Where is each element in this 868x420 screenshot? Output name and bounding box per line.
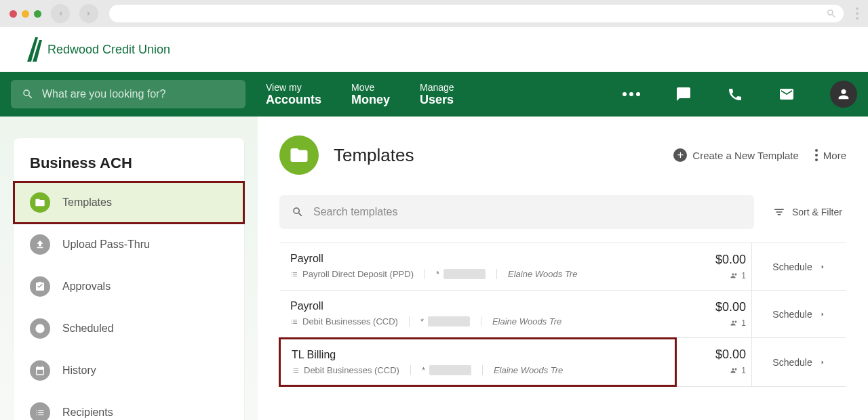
template-name: Payroll (290, 300, 666, 312)
page-actions: + Create a New Template More (673, 148, 846, 162)
back-button[interactable] (51, 4, 70, 23)
logo-area: Redwood Credit Union (0, 27, 868, 72)
mail-icon[interactable] (778, 86, 795, 102)
filter-icon (773, 206, 785, 218)
phone-icon[interactable] (727, 86, 743, 102)
sidebar-item-approvals[interactable]: Approvals (14, 266, 244, 308)
chevron-right-icon (819, 264, 826, 270)
clock-icon (30, 318, 50, 339)
list-icon (290, 318, 298, 326)
sidebar-item-templates[interactable]: Templates (14, 182, 244, 224)
search-icon (826, 8, 837, 22)
person-icon (836, 87, 851, 102)
sidebar-title: Business ACH (14, 154, 244, 182)
plus-icon: + (673, 148, 687, 162)
sidebar-item-recipients[interactable]: Recipients (14, 392, 244, 420)
browser-chrome (0, 0, 868, 27)
masked-account: xxxx (443, 269, 486, 279)
maximize-window-icon[interactable] (34, 10, 41, 18)
calendar-icon (30, 360, 50, 381)
list-icon (292, 366, 300, 375)
people-icon (730, 366, 738, 375)
chat-icon[interactable] (675, 86, 692, 102)
content-area: Templates + Create a New Template More S… (258, 117, 868, 420)
page-title: Templates (334, 145, 658, 166)
folder-icon (279, 135, 319, 175)
url-bar[interactable] (109, 5, 844, 22)
template-row[interactable]: Payroll Debit Businesses (CCD) *xxxx Ela… (279, 291, 846, 338)
nav-money[interactable]: Move Money (351, 82, 390, 107)
nav-accounts[interactable]: View my Accounts (266, 82, 321, 107)
main-layout: Business ACH Templates Upload Pass-Thru … (0, 117, 868, 420)
nav-items: View my Accounts Move Money Manage Users (266, 82, 454, 107)
sidebar-item-label: Approvals (62, 280, 111, 293)
minimize-window-icon[interactable] (22, 10, 29, 18)
search-icon (22, 88, 34, 100)
brand-logo[interactable]: Redwood Credit Union (23, 35, 186, 64)
people-icon (730, 319, 738, 327)
nav-users[interactable]: Manage Users (420, 82, 454, 107)
window-controls (9, 10, 41, 18)
global-search[interactable]: What are you looking for? (11, 80, 245, 108)
list-icon (30, 402, 50, 420)
template-amount: $0.00 (682, 300, 746, 314)
brand-name: Redwood Credit Union (47, 43, 170, 56)
people-icon (730, 272, 738, 280)
chevron-right-icon (819, 359, 826, 366)
sidebar-card: Business ACH Templates Upload Pass-Thru … (14, 138, 244, 420)
list-icon (290, 270, 298, 278)
forward-button[interactable] (79, 4, 98, 23)
vertical-dots-icon (815, 149, 818, 161)
schedule-button[interactable]: Schedule (751, 243, 846, 290)
sidebar-item-label: Scheduled (62, 322, 114, 335)
sidebar-item-scheduled[interactable]: Scheduled (14, 308, 244, 350)
sidebar-item-label: Upload Pass-Thru (62, 238, 150, 251)
template-name: TL Billing (292, 349, 664, 361)
template-owner: Elaine Woods Tre (508, 269, 588, 279)
primary-nav: What are you looking for? View my Accoun… (0, 72, 868, 117)
template-list: Payroll Payroll Direct Deposit (PPD) *xx… (279, 243, 846, 387)
sidebar-item-history[interactable]: History (14, 350, 244, 392)
search-filter-row: Search templates Sort & Filter (279, 195, 846, 229)
schedule-button[interactable]: Schedule (751, 338, 846, 386)
more-menu-icon[interactable] (623, 92, 640, 96)
template-row[interactable]: Payroll Payroll Direct Deposit (PPD) *xx… (279, 243, 846, 291)
template-search-placeholder: Search templates (313, 206, 398, 218)
sidebar: Business ACH Templates Upload Pass-Thru … (0, 117, 258, 420)
clipboard-check-icon (30, 276, 50, 297)
template-row[interactable]: TL Billing Debit Businesses (CCD) *xxxx … (279, 338, 846, 387)
page-header: Templates + Create a New Template More (279, 135, 846, 175)
browser-menu-icon[interactable] (856, 7, 859, 20)
sidebar-item-upload[interactable]: Upload Pass-Thru (14, 224, 244, 266)
sidebar-item-label: Recipients (62, 406, 113, 419)
template-owner: Elaine Woods Tre (494, 365, 574, 375)
chevron-right-icon (819, 311, 826, 318)
global-search-placeholder: What are you looking for? (42, 88, 165, 100)
masked-account: xxxx (429, 365, 471, 375)
upload-icon (30, 234, 50, 255)
schedule-button[interactable]: Schedule (751, 291, 846, 337)
sidebar-item-label: Templates (62, 196, 112, 209)
create-template-button[interactable]: + Create a New Template (673, 148, 798, 162)
search-icon (292, 206, 304, 218)
template-amount: $0.00 (682, 348, 746, 362)
template-amount: $0.00 (682, 253, 746, 267)
sort-filter-button[interactable]: Sort & Filter (773, 206, 842, 218)
masked-account: xxxx (428, 316, 470, 327)
profile-button[interactable] (830, 81, 857, 108)
more-button[interactable]: More (815, 149, 846, 161)
template-name: Payroll (290, 253, 666, 265)
template-owner: Elaine Woods Tre (492, 316, 572, 327)
close-window-icon[interactable] (9, 10, 17, 18)
sidebar-item-label: History (62, 364, 96, 377)
template-search[interactable]: Search templates (279, 195, 754, 229)
folder-icon (30, 192, 50, 213)
nav-icons (623, 81, 857, 108)
